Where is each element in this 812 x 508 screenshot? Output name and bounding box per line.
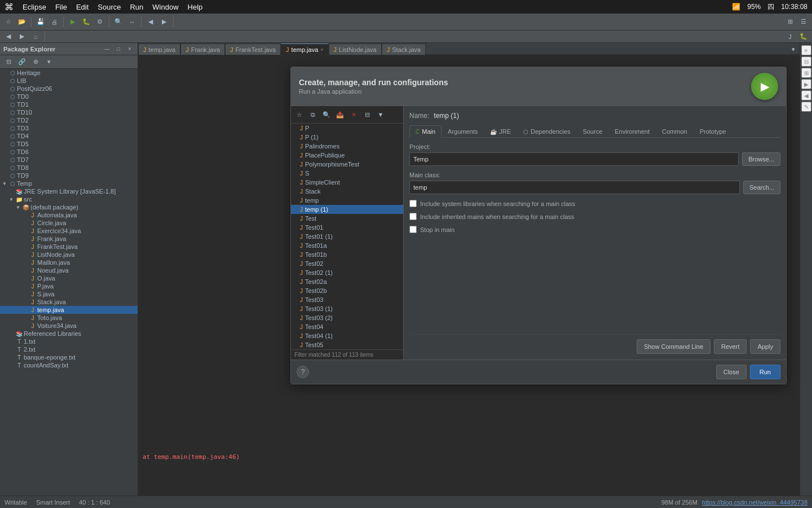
menu-run[interactable]: Run	[130, 3, 143, 11]
tab-source[interactable]: Source	[576, 125, 608, 137]
checkbox-system-libs-input[interactable]	[409, 200, 417, 207]
tree-item-Exercice34.java[interactable]: J Exercice34.java	[0, 227, 138, 235]
config-item-temp_(1)[interactable]: Jtemp (1)	[291, 205, 403, 214]
tree-item-1.txt[interactable]: T 1.txt	[0, 338, 138, 345]
project-input[interactable]	[409, 152, 739, 166]
link-editor-btn[interactable]: 🔗	[16, 56, 28, 68]
tab-environment[interactable]: Environment	[608, 125, 656, 137]
open-btn[interactable]: 📂	[16, 16, 28, 28]
tab-frank[interactable]: J Frank.java	[180, 43, 225, 55]
new-config-btn[interactable]: ☆	[293, 108, 306, 121]
tree-item-banque-eponge.txt[interactable]: T banque-eponge.txt	[0, 353, 138, 361]
config-item-Test03[interactable]: JTest03	[291, 295, 403, 304]
browse-project-btn[interactable]: Browse...	[742, 152, 780, 166]
sidebar-icon-6[interactable]: ✎	[801, 102, 811, 112]
menu-edit[interactable]: Edit	[76, 3, 89, 11]
tree-item-Stack.java[interactable]: J Stack.java	[0, 298, 138, 306]
tree-item-PostQuizz06[interactable]: ⬡ PostQuizz06	[0, 85, 138, 93]
help-btn[interactable]: ?	[297, 366, 309, 378]
tree-item-TD0[interactable]: ⬡ TD0	[0, 93, 138, 100]
config-item-Test03_(1)[interactable]: JTest03 (1)	[291, 304, 403, 313]
tree-item-TD1[interactable]: ⬡ TD1	[0, 100, 138, 108]
print-btn[interactable]: 🖨	[48, 16, 60, 28]
new-btn[interactable]: ☆	[2, 16, 15, 28]
checkbox-stop-in-main-input[interactable]	[409, 226, 417, 233]
view-menu-btn[interactable]: ▾	[43, 56, 55, 68]
debug-btn[interactable]: 🐛	[80, 16, 92, 28]
apply-btn[interactable]: Apply	[750, 339, 780, 354]
debug-perspective-btn[interactable]: 🐛	[797, 30, 810, 43]
tree-item-Frank.java[interactable]: J Frank.java	[0, 235, 138, 243]
tree-item-TD7[interactable]: ⬡ TD7	[0, 156, 138, 164]
tree-item-S.java[interactable]: J S.java	[0, 290, 138, 298]
run-config-btn[interactable]: ⚙	[94, 16, 106, 28]
close-btn[interactable]: Close	[716, 365, 747, 379]
tab-temp-1[interactable]: J temp.java	[138, 43, 180, 55]
config-item-Palindromes[interactable]: JPalindromes	[291, 142, 403, 151]
tree-item-FrankTest.java[interactable]: J FrankTest.java	[0, 243, 138, 251]
tab-close-btn[interactable]: ×	[320, 47, 323, 52]
url-link[interactable]: https://blog.csdn.net/weixin_44495738	[702, 499, 807, 506]
tree-item-TD3[interactable]: ⬡ TD3	[0, 124, 138, 132]
tree-item-ListNode.java[interactable]: J ListNode.java	[0, 251, 138, 259]
tree-item-Toto.java[interactable]: J Toto.java	[0, 314, 138, 322]
config-item-Test05[interactable]: JTest05	[291, 340, 403, 349]
filter-panel-btn[interactable]: ⊕	[29, 56, 42, 68]
tab-temp-active[interactable]: J temp.java ×	[281, 43, 328, 55]
search-btn[interactable]: 🔍	[112, 16, 125, 28]
forward-btn[interactable]: ▶	[16, 30, 28, 43]
config-item-Test01_(1)[interactable]: JTest01 (1)	[291, 232, 403, 241]
sidebar-icon-5[interactable]: ◀	[801, 90, 811, 100]
tree-item-Referenced_Libraries[interactable]: 📚 Referenced Libraries	[0, 330, 138, 338]
config-item-Test02a[interactable]: JTest02a	[291, 277, 403, 286]
search-main-class-btn[interactable]: Search...	[743, 181, 780, 194]
tree-item-TD10[interactable]: ⬡ TD10	[0, 108, 138, 116]
config-item-PlacePublique[interactable]: JPlacePublique	[291, 151, 403, 160]
tree-item-Temp[interactable]: ▼ ⬡ Temp	[0, 179, 138, 187]
view-menu-tabs-btn[interactable]: ▾	[787, 43, 800, 55]
collapse-all-btn[interactable]: ⊟	[2, 56, 15, 68]
sidebar-icon-4[interactable]: ▶	[801, 79, 811, 89]
views-btn[interactable]: ☰	[797, 16, 810, 28]
tree-item-TD4[interactable]: ⬡ TD4	[0, 132, 138, 140]
tree-item-Circle.java[interactable]: J Circle.java	[0, 219, 138, 227]
menu-help[interactable]: Help	[188, 3, 203, 11]
tree-item-LIB[interactable]: ⬡ LIB	[0, 77, 138, 85]
config-item-Stack[interactable]: JStack	[291, 187, 403, 196]
main-class-input[interactable]	[409, 181, 740, 194]
delete-config-btn[interactable]: ✕	[347, 108, 360, 121]
tree-item-TD2[interactable]: ⬡ TD2	[0, 116, 138, 124]
config-item-Test04_(1)[interactable]: JTest04 (1)	[291, 331, 403, 340]
tab-dependencies[interactable]: ⬡ Dependencies	[517, 125, 576, 137]
config-item-Test02_(1)[interactable]: JTest02 (1)	[291, 268, 403, 277]
tree-item-P.java[interactable]: J P.java	[0, 282, 138, 290]
config-item-Test01b[interactable]: JTest01b	[291, 250, 403, 259]
tree-item-Noeud.java[interactable]: J Noeud.java	[0, 266, 138, 274]
config-item-PolymorphismeTest[interactable]: JPolymorphismeTest	[291, 160, 403, 169]
tab-franktest[interactable]: J FrankTest.java	[225, 43, 281, 55]
config-item-Test02b[interactable]: JTest02b	[291, 286, 403, 295]
close-panel-btn[interactable]: ×	[125, 45, 134, 54]
checkbox-inherited-mains-input[interactable]	[409, 213, 417, 220]
sidebar-icon-2[interactable]: ⊟	[801, 56, 811, 67]
tree-item-O.java[interactable]: J O.java	[0, 274, 138, 282]
tree-item-countAndSay.txt[interactable]: T countAndSay.txt	[0, 361, 138, 369]
tree-item-Voiture34.java[interactable]: J Voiture34.java	[0, 322, 138, 330]
show-command-btn[interactable]: Show Command Line	[637, 339, 710, 354]
tree-item-TD5[interactable]: ⬡ TD5	[0, 140, 138, 148]
config-item-Test03_(2)[interactable]: JTest03 (2)	[291, 313, 403, 322]
sidebar-icon-3[interactable]: ⊞	[801, 68, 811, 78]
tree-item-src[interactable]: ▼ 📁 src	[0, 195, 138, 203]
tab-common[interactable]: Common	[656, 125, 694, 137]
tab-prototype[interactable]: Prototype	[694, 125, 732, 137]
run-btn[interactable]: ▶	[67, 16, 79, 28]
menu-file[interactable]: File	[55, 3, 67, 11]
config-item-P[interactable]: JP	[291, 124, 403, 133]
back-btn[interactable]: ◀	[2, 30, 15, 43]
home-btn[interactable]: ⌂	[29, 30, 42, 43]
config-item-Test01[interactable]: JTest01	[291, 223, 403, 232]
refactor-btn[interactable]: ↔	[126, 16, 138, 28]
tree-item-Heritage[interactable]: ⬡ Heritage	[0, 69, 138, 77]
tab-jre[interactable]: ☕ JRE	[484, 125, 517, 137]
prev-btn[interactable]: ◀	[144, 16, 157, 28]
